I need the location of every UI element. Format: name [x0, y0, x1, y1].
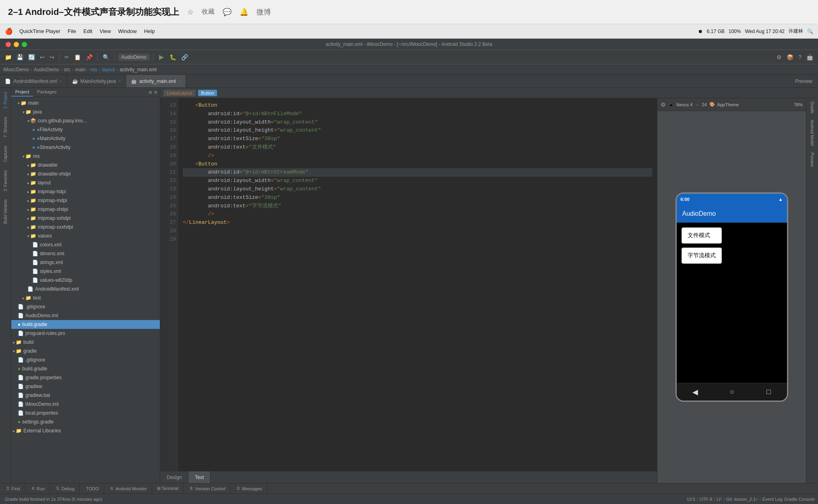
- tree-mipmap-mdpi[interactable]: ▸ 📁 mipmap-mdpi: [11, 196, 160, 205]
- tab-mainactivity[interactable]: ☕ MainActivity.java ×: [67, 75, 126, 87]
- search-icon[interactable]: 🔍: [807, 29, 813, 34]
- save-icon[interactable]: 💾: [15, 53, 25, 61]
- breadcrumb-res[interactable]: res: [91, 67, 97, 72]
- find-tab[interactable]: 3: Find: [0, 483, 25, 494]
- tree-build-folder[interactable]: ▸ 📁 build: [11, 338, 160, 347]
- preview-settings-icon[interactable]: ⚙: [661, 101, 666, 108]
- terminal-icon[interactable]: ⚙: [775, 53, 783, 61]
- close-traffic-light[interactable]: [6, 42, 11, 47]
- run-tab[interactable]: 4: Run: [25, 483, 50, 494]
- api-value[interactable]: 24: [702, 102, 706, 107]
- tree-res[interactable]: ▾ 📁 res: [11, 152, 160, 161]
- tab-androidmanifest[interactable]: 📄 AndroidManifest.xml ×: [0, 75, 67, 87]
- tree-mipmap-hdpi[interactable]: ▸ 📁 mipmap-hdpi: [11, 187, 160, 196]
- tree-drawable[interactable]: ▸ 📁 drawable: [11, 161, 160, 169]
- tree-values[interactable]: ▾ 📁 values: [11, 231, 160, 240]
- breadcrumb-src[interactable]: src: [64, 67, 70, 72]
- project-selector[interactable]: AudioDemo: [118, 54, 150, 61]
- android-icon[interactable]: 🤖: [805, 53, 815, 61]
- redo-icon[interactable]: ↪: [48, 53, 56, 61]
- maximize-traffic-light[interactable]: [22, 42, 27, 47]
- git-branch[interactable]: Git: lesson_2.1÷: [726, 497, 758, 502]
- tab-close-activity-xml[interactable]: ×: [178, 79, 181, 83]
- debug-button[interactable]: 🐛: [168, 53, 178, 61]
- menu-quicktime[interactable]: QuickTime Player: [19, 28, 60, 34]
- gradle-panel-toggle[interactable]: Gradle: [810, 98, 814, 117]
- search-toolbar-icon[interactable]: 🔍: [101, 53, 111, 61]
- tab-activity-main-xml[interactable]: 🤖 activity_main.xml ×: [126, 75, 186, 87]
- tree-proguard[interactable]: 📄 proguard-rules.pro: [11, 329, 160, 338]
- sdk-manager-icon[interactable]: 📦: [785, 53, 795, 61]
- structure-panel-toggle[interactable]: 7: Structure: [2, 113, 8, 142]
- todo-tab[interactable]: TODO: [80, 483, 104, 494]
- code-text[interactable]: <Button android:id="@+id/mBtnFileMode" a…: [178, 98, 657, 471]
- breadcrumb-layout[interactable]: layout: [102, 67, 115, 72]
- tree-settings-gradle[interactable]: ● settings.gradle: [11, 417, 160, 426]
- build-variants-toggle[interactable]: Build Variants: [2, 195, 8, 228]
- line-ending[interactable]: LF: [717, 497, 722, 502]
- encoding[interactable]: UTF-8: [700, 497, 712, 502]
- tree-external-libraries[interactable]: ▸ 📁 External Libraries: [11, 426, 160, 435]
- tree-mipmap-xhdpi[interactable]: ▸ 📁 mipmap-xhdpi: [11, 205, 160, 214]
- wechat-icon[interactable]: 💬: [223, 8, 231, 17]
- tree-root-build-gradle[interactable]: ● build.gradle: [11, 364, 160, 373]
- android-model-toggle[interactable]: Android Model: [810, 117, 814, 149]
- tree-layout[interactable]: ▸ 📁 layout: [11, 178, 160, 187]
- attach-debugger-icon[interactable]: 🔗: [180, 53, 190, 61]
- tab-close-androidmanifest[interactable]: ×: [60, 79, 62, 83]
- menu-edit[interactable]: Edit: [83, 28, 92, 34]
- gear-sidebar-icon[interactable]: ⚙: [154, 90, 157, 95]
- paste-icon[interactable]: 📌: [84, 53, 94, 61]
- tree-gradlew-bat[interactable]: 📄 gradlew.bat: [11, 391, 160, 400]
- tree-local-properties[interactable]: 📄 local.properties: [11, 409, 160, 417]
- debug-tab[interactable]: 5: Debug: [50, 483, 80, 494]
- cursor-position[interactable]: 13:5: [687, 497, 695, 502]
- code-editor[interactable]: 13 14 15 16 17 18 19 20 21 22 23 24: [160, 98, 657, 483]
- tree-package[interactable]: ▾ 📦 com.github.piasy.imo…: [11, 116, 160, 125]
- breadcrumb-main[interactable]: main: [75, 67, 86, 72]
- code-area[interactable]: 13 14 15 16 17 18 19 20 21 22 23 24: [160, 98, 657, 471]
- text-tab[interactable]: Text: [188, 471, 211, 483]
- preview-tab-button[interactable]: Preview: [789, 75, 818, 87]
- tree-audiodemo-iml[interactable]: 📄 AudioDemo.iml: [11, 311, 160, 320]
- sync-icon[interactable]: ⚙: [149, 90, 152, 95]
- menu-help[interactable]: Help: [144, 28, 155, 34]
- back-icon[interactable]: ◀: [692, 388, 698, 397]
- design-tab[interactable]: Design: [160, 471, 188, 483]
- folder-icon[interactable]: 📁: [3, 53, 13, 61]
- help-toolbar-icon[interactable]: ?: [797, 53, 803, 61]
- bell-icon[interactable]: 🔔: [240, 8, 248, 17]
- run-button[interactable]: ▶: [157, 52, 166, 62]
- tree-root-gitignore[interactable]: 📄 .gitignore: [11, 355, 160, 364]
- tree-mipmap-xxhdpi[interactable]: ▸ 📁 mipmap-xxhdpi: [11, 214, 160, 223]
- weibo-icon[interactable]: 微博: [256, 7, 271, 17]
- sidebar-tab-packages[interactable]: Packages: [33, 88, 60, 97]
- tree-java[interactable]: ▾ 📁 java: [11, 107, 160, 116]
- tree-gradle-properties[interactable]: 📄 gradle.properties: [11, 373, 160, 382]
- tree-strings-xml[interactable]: 📄 strings.xml: [11, 258, 160, 267]
- apptheme-label[interactable]: AppTheme: [717, 102, 739, 107]
- tree-imoocdemo-iml[interactable]: 📄 iMoocDemo.iml: [11, 400, 160, 409]
- tree-dimens-xml[interactable]: 📄 dimens.xml: [11, 249, 160, 258]
- tree-gradle-folder[interactable]: ▾ 📁 gradle: [11, 347, 160, 355]
- tree-streamactivity[interactable]: ● ● StreamActivity: [11, 143, 160, 152]
- breadcrumb-audiodemo[interactable]: AudioDemo: [34, 67, 59, 72]
- recent-icon[interactable]: □: [766, 388, 771, 396]
- home-icon[interactable]: ○: [730, 388, 735, 396]
- tree-styles-xml[interactable]: 📄 styles.xml: [11, 267, 160, 276]
- project-panel-toggle[interactable]: 1: Project: [2, 88, 8, 113]
- menu-file[interactable]: File: [68, 28, 76, 34]
- tree-main[interactable]: ▾ 📁 main: [11, 99, 160, 107]
- menu-view[interactable]: View: [99, 28, 111, 34]
- tree-colors-xml[interactable]: 📄 colors.xml: [11, 240, 160, 249]
- tree-mainactivity[interactable]: ● ● MainActivity: [11, 134, 160, 143]
- tree-gitignore[interactable]: 📄 .gitignore: [11, 302, 160, 311]
- breadcrumb-imoocdemo[interactable]: iMoocDemo: [3, 67, 29, 72]
- preview-panel-toggle[interactable]: Preview: [810, 149, 814, 170]
- cut-icon[interactable]: ✂: [63, 53, 71, 61]
- linearlayout-badge[interactable]: LinearLayout: [163, 90, 196, 96]
- gradle-console-link[interactable]: Gradle Console: [784, 497, 815, 502]
- button-badge[interactable]: Button: [198, 90, 217, 96]
- tree-build-gradle-app[interactable]: ● build.gradle: [11, 320, 160, 329]
- version-control-tab[interactable]: 9: Version Control: [184, 483, 231, 494]
